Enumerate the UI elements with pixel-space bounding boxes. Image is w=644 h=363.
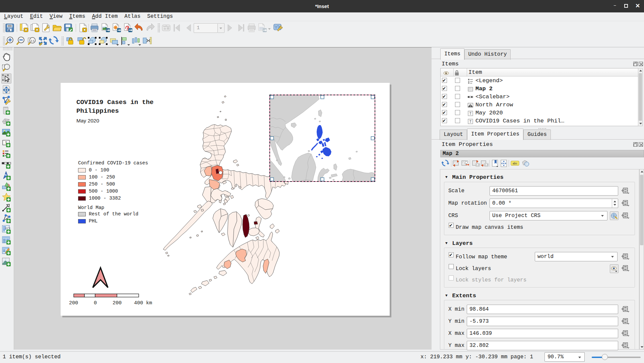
svg-text:1:2: 1:2 [476, 164, 479, 166]
svg-text:1:1: 1:1 [30, 39, 35, 42]
svg-text:1:2: 1:2 [485, 164, 488, 166]
svg-text:N: N [5, 173, 7, 176]
svg-text:abc: abc [513, 162, 518, 165]
svg-text:T: T [469, 120, 471, 123]
svg-text:T: T [469, 112, 471, 115]
